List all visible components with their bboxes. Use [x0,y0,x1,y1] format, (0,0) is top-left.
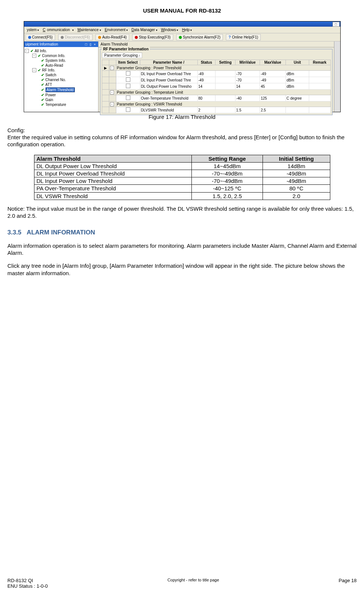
check-icon: ✔ [41,59,44,63]
collapse-icon[interactable]: - [110,90,114,94]
table-row[interactable]: Over-Temperature Threshold80-40125C degr… [102,95,330,101]
help-button[interactable]: ?Online Help(F1) [226,34,261,40]
tree-node[interactable]: ✔Channel No. [41,77,97,82]
tree-node[interactable]: -✔RF Info. [32,68,97,73]
menu-windows[interactable]: Windows [160,27,180,32]
table-row[interactable]: DLVSWR Threshold21.52.5 [102,107,330,113]
titlebar: □ [24,21,340,27]
check-icon: ✔ [41,73,44,77]
check-icon: ✔ [41,103,44,107]
footer-right: Page 18 [339,578,357,589]
main-tab[interactable]: Alarm Threshold [98,41,334,47]
menu-system[interactable]: ystem [26,27,41,32]
menu-environment[interactable]: Environment [103,27,129,32]
check-icon: ✔ [38,68,41,72]
subtab[interactable]: Parameter Grouping / [102,53,143,58]
th-initial: Initial Setting [263,155,330,162]
menubar: ystem Communication Maintenance Environm… [24,27,340,33]
tree-label: Alarm Threshold [46,87,75,92]
grid-header[interactable]: MaxValue [260,60,286,65]
tree-node[interactable]: ✔System Info. [41,58,97,63]
checkbox[interactable] [126,107,130,112]
tree-node[interactable]: -✔All Info. [25,49,97,53]
tree-node[interactable]: -✔Common Info. [32,53,97,58]
parameter-grid[interactable]: Item SelectParameter Name /StatusSetting… [102,60,331,113]
check-icon: ✔ [41,63,44,67]
tree-label: Channel No. [46,78,66,82]
stop-button[interactable]: Stop Executing(F3) [132,34,173,40]
tree-node[interactable]: ✔Alarm Threshold [41,87,97,93]
table-row[interactable]: DL Input Power Overload Thre-49-70-49dBm [102,71,330,77]
tree-node[interactable]: ✔Temperature [41,102,97,107]
expander-icon[interactable]: - [32,68,36,72]
connect-icon [28,36,31,39]
grid-header[interactable] [109,60,116,65]
tree-node[interactable]: ✔Power [41,93,97,97]
menu-maintenance[interactable]: Maintenance [76,27,103,32]
grid-header[interactable]: Remark [309,60,330,65]
grid-header[interactable]: Item Select [116,60,140,65]
paragraph-2: Click any tree node in [Alarm Info] grou… [7,262,357,276]
autoread-button[interactable]: Auto-Read(F4) [96,34,129,40]
scrollbar[interactable] [334,41,340,112]
toolbar: Connect(F5) Disconnect(F6) Auto-Read(F4)… [24,33,340,41]
panel-controls-icon: □ ▯ × [85,43,97,46]
tree-panel: uipment Information □ ▯ × -✔All Info.-✔C… [24,41,98,112]
footer-mid: Copyright - refer to title page [167,578,219,589]
screenshot-window: □ ystem Communication Maintenance Enviro… [24,21,341,112]
grid-header[interactable]: Setting [216,60,235,65]
expander-icon[interactable]: - [32,54,36,58]
section-title: ALARM INFORMATION [27,229,95,236]
tree-label: ATT [46,83,52,87]
grid-header[interactable]: Parameter Name / [140,60,197,65]
group-header[interactable]: ▶-Parameter Grouping : Power Threshold [102,65,330,71]
table-row: DL Output Power Low Threshold14~45dBm14d… [34,162,330,170]
group-header[interactable]: -Parameter Grouping : VSWR Threshold [102,101,330,107]
checkbox[interactable] [126,96,130,100]
table-row: DL VSWR Threshold1.5, 2.0, 2.52.0 [34,192,330,200]
table-row[interactable]: DL Output Power Low Thresho141445dBm [102,83,330,90]
sync-button[interactable]: Synchronize Alarm(F2) [176,34,223,40]
checkbox[interactable] [126,71,130,76]
check-icon: ✔ [41,93,44,97]
footer: RD-8132 QI ENU Status : 1-0-0 Copyright … [7,578,357,589]
connect-button[interactable]: Connect(F5) [26,34,56,40]
grid-header[interactable] [102,60,109,65]
tree-node[interactable]: ✔Auto-Read [41,63,97,68]
grid-header[interactable]: Unit [285,60,309,65]
table-row[interactable]: DL Input Power Overload Thre-49-70-49dBm [102,77,330,83]
collapse-icon[interactable]: - [110,102,114,106]
table-row: PA Over-Temperature Threshold-40~125 ᵒC8… [34,184,330,192]
th-range: Setting Range [191,155,263,162]
grid-header[interactable]: Status [197,60,216,65]
main-panel: Alarm Threshold RF Parameter Information… [98,41,334,112]
menu-communication[interactable]: Communication [41,27,75,32]
disconnect-button[interactable]: Disconnect(F6) [58,34,93,40]
checkbox[interactable] [126,77,130,82]
tree-label: Power [46,93,56,97]
group-header[interactable]: -Parameter Grouping : Temperature Limit [102,90,330,95]
menu-datamanager[interactable]: Data Manager [130,27,159,32]
collapse-icon[interactable]: - [110,66,114,70]
tree-label: Temperature [46,103,66,107]
notice-text: Notice: The input value must be in the r… [7,205,357,219]
tree-label: Auto-Read [46,63,63,67]
config-label: Config: [7,127,357,134]
expander-icon[interactable]: - [25,49,29,53]
group-title: RF Parameter Information [102,47,150,51]
grid-header[interactable]: MinValue [235,60,260,65]
sync-icon [179,36,182,39]
tree-node[interactable]: ✔Gain [41,97,97,102]
tree-title: uipment Information □ ▯ × [24,41,98,47]
help-icon: ? [228,35,231,39]
checkbox[interactable] [126,84,130,88]
th-alarm: Alarm Threshold [34,155,191,162]
document-title: USER MANUAL FOR RD-8132 [7,7,357,14]
tree-body[interactable]: -✔All Info.-✔Common Info.✔System Info.✔A… [24,47,98,112]
check-icon: ✔ [41,98,44,102]
tree-node[interactable]: ✔Switch [41,73,97,77]
tree-node[interactable]: ✔ATT [41,82,97,87]
menu-help[interactable]: Help [180,27,193,32]
table-row: DL Input Power Overload Threshold-70~-49… [34,170,330,177]
config-text: Enter the required value in setting colu… [7,134,357,148]
